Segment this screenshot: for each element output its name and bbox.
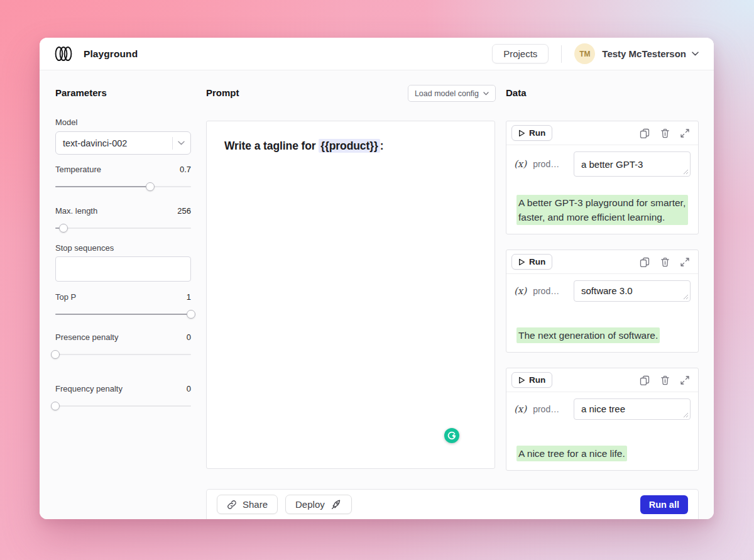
presence-penalty-group: Presence penalty 0: [55, 332, 191, 359]
prompt-section-title: Prompt: [206, 87, 239, 98]
play-icon: [518, 376, 525, 384]
delete-button[interactable]: [660, 128, 670, 138]
copy-icon: [640, 128, 650, 138]
copy-icon: [640, 257, 650, 267]
parameters-panel: Model text-davinci-002 Temperature 0.7 M…: [55, 118, 191, 410]
variable-icon: (x): [514, 285, 527, 297]
variable-icon: (x): [514, 404, 527, 415]
max-length-group: Max. length 256: [55, 206, 191, 233]
top-p-label: Top P: [55, 292, 76, 302]
avatar[interactable]: TM: [574, 43, 595, 64]
prompt-text: Write a tagline for {{product}}:: [207, 121, 494, 171]
playground-window: Playground Projects TM Testy McTesterson…: [40, 38, 714, 519]
delete-button[interactable]: [660, 375, 670, 385]
link-icon: [227, 500, 237, 510]
frequency-penalty-group: Frequency penalty 0: [55, 384, 191, 410]
expand-icon: [680, 258, 689, 266]
delete-button[interactable]: [660, 257, 670, 267]
card-toolbar: Run: [506, 368, 698, 392]
model-select[interactable]: text-davinci-002: [55, 131, 191, 155]
copy-button[interactable]: [640, 375, 650, 385]
data-section-title: Data: [506, 87, 527, 98]
data-card: Run (x) prod… a nic: [506, 368, 699, 471]
expand-button[interactable]: [680, 129, 689, 138]
app-header: Playground Projects TM Testy McTesterson: [40, 38, 714, 70]
card-toolbar: Run: [506, 121, 698, 145]
slider-knob[interactable]: [146, 182, 155, 191]
chevron-down-icon: [483, 92, 489, 96]
variable-input[interactable]: software 3.0: [574, 280, 691, 302]
footer-toolbar: Share Deploy Run all: [206, 489, 699, 519]
slider-knob[interactable]: [51, 402, 60, 410]
run-button[interactable]: Run: [511, 254, 552, 270]
variable-row: (x) prod… software 3.0: [506, 274, 698, 310]
app-logo-icon: [55, 46, 72, 62]
variable-icon: (x): [514, 158, 527, 170]
copy-button[interactable]: [640, 128, 650, 138]
max-length-value: 256: [177, 206, 191, 216]
deploy-button[interactable]: Deploy: [285, 495, 352, 514]
trash-icon: [660, 257, 670, 267]
slider-knob[interactable]: [51, 350, 60, 359]
temperature-group: Temperature 0.7: [55, 165, 191, 191]
completion-output: A nice tree for a nice life.: [506, 429, 698, 470]
output-text: A better GPT-3 playground for smarter, f…: [516, 195, 688, 225]
expand-icon: [680, 129, 689, 138]
card-toolbar: Run: [506, 250, 698, 274]
copy-icon: [640, 375, 650, 385]
share-button[interactable]: Share: [217, 495, 278, 514]
presence-penalty-label: Presence penalty: [55, 332, 118, 343]
top-p-value: 1: [187, 292, 191, 302]
prompt-variable-token: {{product}}: [319, 139, 380, 153]
variable-name: prod…: [533, 404, 562, 414]
stop-sequences-label: Stop sequences: [55, 243, 191, 253]
run-button[interactable]: Run: [511, 372, 552, 388]
temperature-value: 0.7: [180, 165, 191, 175]
variable-row: (x) prod… a nice tree: [506, 392, 698, 429]
run-button[interactable]: Run: [511, 125, 552, 141]
expand-button[interactable]: [680, 376, 689, 385]
select-divider: [172, 137, 173, 150]
run-all-button[interactable]: Run all: [640, 495, 688, 514]
play-icon: [518, 129, 525, 137]
chevron-down-icon[interactable]: [692, 52, 699, 56]
presence-penalty-value: 0: [187, 332, 191, 343]
grammarly-badge-icon[interactable]: [444, 428, 459, 443]
load-model-config-label: Load model config: [415, 89, 479, 98]
frequency-penalty-slider[interactable]: [55, 402, 191, 410]
copy-button[interactable]: [640, 257, 650, 267]
header-actions: Projects TM Testy McTesterson: [492, 43, 699, 64]
data-card: Run (x) prod… softw: [506, 250, 699, 353]
presence-penalty-slider[interactable]: [55, 350, 191, 359]
stop-sequences-input[interactable]: [55, 256, 191, 282]
variable-name: prod…: [533, 159, 562, 169]
completion-output: The next generation of software.: [506, 310, 698, 352]
variable-name: prod…: [533, 286, 562, 296]
top-p-slider[interactable]: [55, 310, 191, 319]
prompt-editor[interactable]: Write a tagline for {{product}}:: [206, 121, 495, 469]
trash-icon: [660, 375, 670, 385]
projects-button[interactable]: Projects: [492, 44, 549, 63]
expand-button[interactable]: [680, 258, 689, 266]
variable-input[interactable]: a nice tree: [574, 398, 691, 420]
variable-input[interactable]: a better GPT-3 playground: [574, 151, 691, 177]
data-card: Run (x) prod… a bet: [506, 121, 699, 234]
user-name: Testy McTesterson: [602, 48, 686, 59]
output-text: A nice tree for a nice life.: [516, 446, 627, 461]
max-length-slider[interactable]: [55, 224, 191, 233]
temperature-label: Temperature: [55, 165, 101, 175]
slider-knob[interactable]: [59, 224, 68, 233]
header-divider: [561, 45, 562, 63]
temperature-slider[interactable]: [55, 182, 191, 191]
trash-icon: [660, 128, 670, 138]
page-title: Playground: [84, 48, 138, 60]
max-length-label: Max. length: [55, 206, 97, 216]
chevron-down-icon: [178, 141, 185, 145]
frequency-penalty-value: 0: [187, 384, 191, 394]
slider-knob[interactable]: [187, 310, 195, 319]
completion-output: A better GPT-3 playground for smarter, f…: [506, 185, 698, 234]
play-icon: [518, 258, 525, 266]
data-panel: Run (x) prod… a bet: [506, 121, 699, 486]
load-model-config-select[interactable]: Load model config: [408, 85, 496, 102]
model-label: Model: [55, 118, 191, 127]
